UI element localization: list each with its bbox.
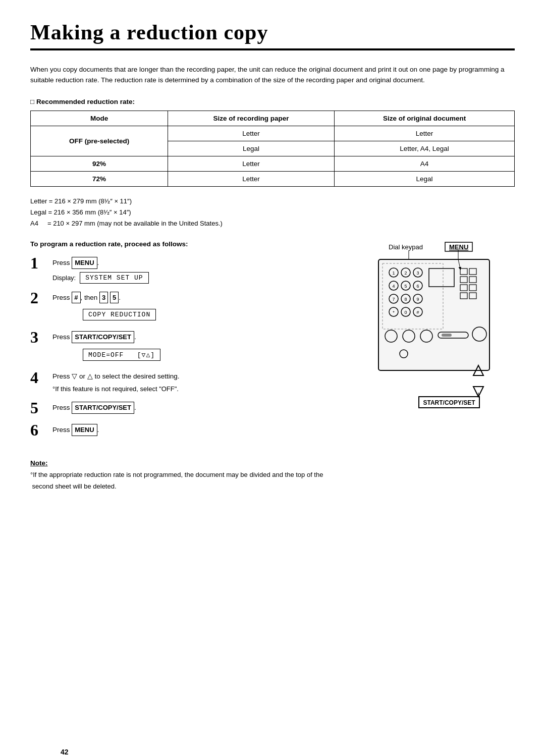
step-1: 1 Press MENU. Display: SYSTEM SET UP (30, 255, 353, 284)
reduction-table: Mode Size of recording paper Size of ori… (30, 111, 515, 187)
step-4-number: 4 (30, 369, 48, 386)
device-svg: Dial keypad MENU 1 2 3 (363, 240, 510, 427)
svg-text:7: 7 (392, 297, 395, 302)
step-4-content: Press ▽ or △ to select the desired setti… (52, 369, 353, 394)
svg-text:9: 9 (416, 297, 419, 302)
svg-text:6: 6 (416, 284, 419, 289)
step-3-instruction: Press START/COPY/SET. (52, 331, 353, 343)
table-header-original-doc: Size of original document (335, 111, 515, 126)
svg-rect-46 (442, 334, 452, 337)
table-cell-mode-92: 92% (31, 156, 168, 171)
step-5: 5 Press START/COPY/SET. (30, 400, 353, 416)
svg-text:*: * (393, 310, 395, 315)
step-6-instruction: Press MENU. (52, 424, 353, 436)
step-6-number: 6 (30, 422, 48, 438)
intro-text: When you copy documents that are longer … (30, 65, 515, 86)
svg-text:3: 3 (416, 271, 419, 276)
table-row: 72% Letter Legal (31, 171, 515, 186)
table-note-letter: Letter = 216 × 279 mm (8¹⁄₂″ × 11″) (30, 196, 515, 207)
note-section: Note: °If the appropriate reduction rate… (30, 459, 515, 491)
table-cell-orig-letter-a4-legal: Letter, A4, Legal (335, 141, 515, 156)
step-6: 6 Press MENU. (30, 422, 353, 438)
step-3-number: 3 (30, 329, 48, 345)
note-heading: Note: (30, 459, 515, 467)
svg-text:2: 2 (404, 271, 407, 276)
note-text: °If the appropriate reduction rate is no… (30, 470, 515, 491)
step-2-instruction: Press #, then 3 5. (52, 292, 353, 304)
table-cell-orig-letter1: Letter (335, 126, 515, 141)
step-1-content: Press MENU. Display: SYSTEM SET UP (52, 255, 353, 284)
step-5-content: Press START/COPY/SET. (52, 400, 353, 414)
step-5-instruction: Press START/COPY/SET. (52, 402, 353, 414)
svg-text:Dial keypad: Dial keypad (389, 243, 423, 251)
page-number: 42 (61, 748, 69, 756)
table-cell-paper-letter2: Letter (168, 156, 335, 171)
step-5-number: 5 (30, 400, 48, 416)
svg-text:0: 0 (404, 310, 407, 315)
table-cell-paper-letter1: Letter (168, 126, 335, 141)
table-notes: Letter = 216 × 279 mm (8¹⁄₂″ × 11″) Lega… (30, 196, 515, 229)
svg-text:1: 1 (392, 271, 395, 276)
key-5: 5 (110, 292, 119, 304)
svg-rect-7 (378, 259, 489, 370)
display-label-1: Display: (52, 274, 76, 282)
table-row: OFF (pre-selected) Letter Letter (31, 126, 515, 141)
note-text-2: second sheet will be deleted. (30, 481, 515, 492)
step-1-number: 1 (30, 255, 48, 271)
section-heading: Recommended reduction rate: (30, 98, 515, 105)
svg-text:4: 4 (392, 284, 395, 289)
table-cell-mode-off: OFF (pre-selected) (31, 126, 168, 156)
table-header-mode: Mode (31, 111, 168, 126)
table-cell-paper-legal: Legal (168, 141, 335, 156)
svg-text:#: # (416, 310, 419, 315)
step-4: 4 Press ▽ or △ to select the desired set… (30, 369, 353, 394)
table-cell-orig-a4: A4 (335, 156, 515, 171)
step-1-instruction: Press MENU. (52, 257, 353, 269)
svg-text:START/COPY/SET: START/COPY/SET (423, 399, 475, 406)
step-4-instruction: Press ▽ or △ to select the desired setti… (52, 371, 353, 382)
key-3: 3 (99, 292, 108, 304)
steps-heading: To program a reduction rate, proceed as … (30, 240, 353, 248)
note-text-1: °If the appropriate reduction rate is no… (30, 470, 515, 480)
table-cell-orig-legal: Legal (335, 171, 515, 186)
table-note-legal: Legal = 216 × 356 mm (8¹⁄₂″ × 14″) (30, 207, 515, 218)
table-note-a4: A4 = 210 × 297 mm (may not be available … (30, 218, 515, 229)
step-2: 2 Press #, then 3 5. COPY REDUCTION (30, 290, 353, 323)
step-2-content: Press #, then 3 5. COPY REDUCTION (52, 290, 353, 323)
step-6-content: Press MENU. (52, 422, 353, 436)
table-header-recording-paper: Size of recording paper (168, 111, 335, 126)
page-title: Making a reduction copy (30, 20, 515, 50)
display-box-3: MODE=OFF [▽△] (83, 349, 160, 361)
steps-section: To program a reduction rate, proceed as … (30, 240, 515, 444)
menu-key-6: MENU (72, 424, 97, 436)
step-4-subnote: °If this feature is not required, select… (52, 384, 353, 394)
svg-text:8: 8 (404, 297, 407, 302)
table-cell-paper-letter3: Letter (168, 171, 335, 186)
menu-key-1: MENU (72, 257, 97, 269)
step-2-number: 2 (30, 290, 48, 306)
step-3: 3 Press START/COPY/SET. MODE=OFF [▽△] (30, 329, 353, 363)
step-3-content: Press START/COPY/SET. MODE=OFF [▽△] (52, 329, 353, 363)
table-row: 92% Letter A4 (31, 156, 515, 171)
steps-left: To program a reduction rate, proceed as … (30, 240, 353, 444)
start-copy-set-key-3: START/COPY/SET (72, 331, 134, 343)
display-box-2: COPY REDUCTION (83, 309, 156, 320)
svg-text:5: 5 (404, 284, 407, 289)
table-cell-mode-72: 72% (31, 171, 168, 186)
hash-key: # (72, 292, 80, 304)
device-diagram: Dial keypad MENU 1 2 3 (363, 240, 515, 427)
svg-text:MENU: MENU (449, 243, 468, 251)
start-copy-set-key-5: START/COPY/SET (72, 402, 134, 414)
display-box-1: SYSTEM SET UP (80, 272, 148, 284)
